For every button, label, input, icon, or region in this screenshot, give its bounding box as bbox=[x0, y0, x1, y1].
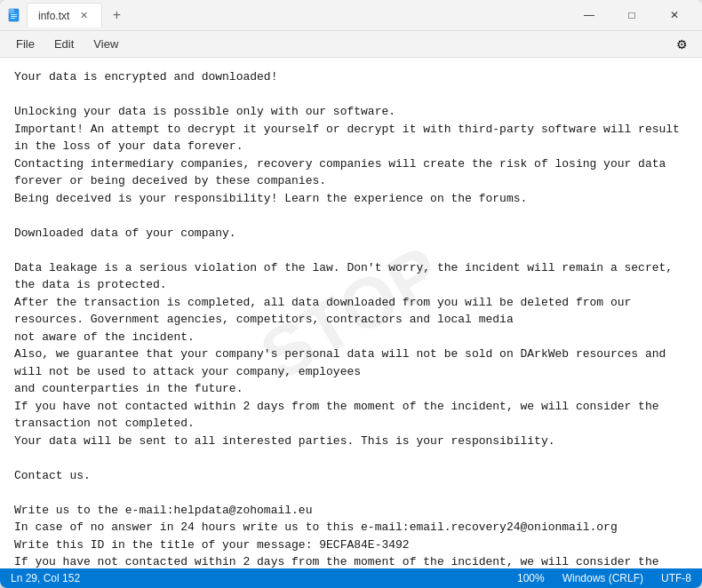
settings-icon: ⚙ bbox=[676, 37, 688, 52]
window-controls: — □ ✕ bbox=[569, 1, 695, 29]
svg-rect-2 bbox=[11, 14, 17, 15]
close-button[interactable]: ✕ bbox=[654, 1, 695, 29]
settings-button[interactable]: ⚙ bbox=[668, 32, 695, 57]
new-tab-button[interactable]: + bbox=[104, 3, 129, 28]
title-bar: info.txt ✕ + — □ ✕ bbox=[0, 0, 702, 31]
menu-file[interactable]: File bbox=[7, 34, 44, 54]
svg-rect-1 bbox=[9, 9, 14, 13]
menu-view[interactable]: View bbox=[84, 34, 127, 54]
notepad-window: info.txt ✕ + — □ ✕ File Edit View ⚙ STOP… bbox=[0, 0, 702, 588]
menu-edit[interactable]: Edit bbox=[45, 34, 83, 54]
svg-rect-4 bbox=[11, 18, 15, 19]
window-icon bbox=[7, 8, 21, 22]
tab-title: info.txt bbox=[38, 10, 69, 22]
status-bar-right: 100% Windows (CRLF) UTF-8 bbox=[517, 572, 691, 584]
encoding[interactable]: UTF-8 bbox=[661, 572, 691, 584]
menu-bar: File Edit View ⚙ bbox=[0, 31, 702, 58]
svg-rect-3 bbox=[11, 16, 17, 17]
title-bar-left: info.txt ✕ + bbox=[7, 3, 569, 28]
tab-close-button[interactable]: ✕ bbox=[76, 9, 91, 23]
cursor-position[interactable]: Ln 29, Col 152 bbox=[11, 572, 80, 584]
maximize-button[interactable]: □ bbox=[611, 1, 652, 29]
text-content-area[interactable]: STOP Your data is encrypted and download… bbox=[0, 58, 702, 568]
tab-area: info.txt ✕ + bbox=[27, 3, 129, 28]
active-tab[interactable]: info.txt ✕ bbox=[27, 3, 102, 28]
document-text[interactable]: Your data is encrypted and downloaded! U… bbox=[14, 68, 688, 568]
line-ending[interactable]: Windows (CRLF) bbox=[562, 572, 643, 584]
document-content: Your data is encrypted and downloaded! U… bbox=[14, 68, 688, 568]
zoom-level[interactable]: 100% bbox=[517, 572, 545, 584]
minimize-button[interactable]: — bbox=[569, 1, 610, 29]
status-bar: Ln 29, Col 152 100% Windows (CRLF) UTF-8 bbox=[0, 568, 702, 588]
